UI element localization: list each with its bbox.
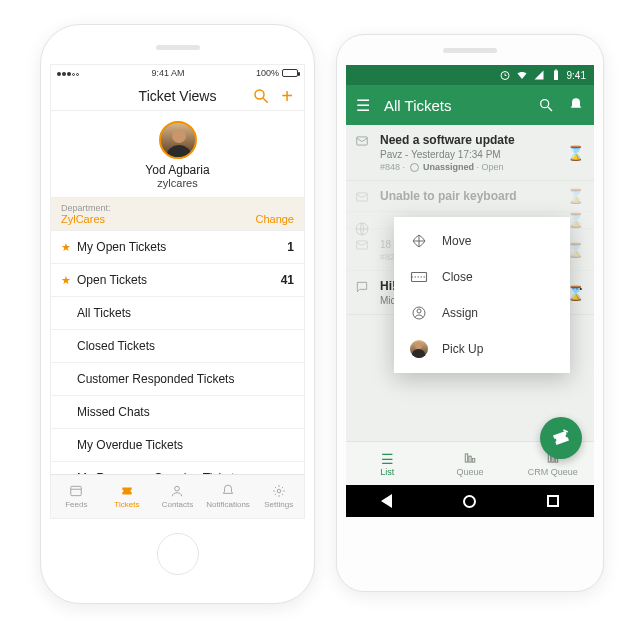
mail-channel-icon [354, 238, 370, 255]
view-label: All Tickets [77, 306, 131, 320]
nav-back-button[interactable] [381, 494, 392, 508]
ios-status-bar: 9:41 AM 100% [51, 65, 304, 81]
svg-point-18 [417, 309, 421, 313]
view-row[interactable]: Missed Chats [51, 396, 304, 429]
android-screen: 9:41 ☰ All Tickets Need a software updat… [346, 65, 594, 517]
action-sheet: Move Close Assign Pick Up [394, 217, 570, 373]
ios-speaker [156, 45, 200, 50]
page-title: Ticket Views [139, 88, 217, 104]
hamburger-menu-icon[interactable]: ☰ [356, 96, 370, 115]
tab-feeds[interactable]: Feeds [51, 475, 102, 518]
tab-label: Settings [264, 500, 293, 509]
view-row[interactable]: ★My Open Tickets1 [51, 231, 304, 264]
svg-point-5 [277, 489, 281, 493]
signal-icon [533, 69, 545, 81]
tickets-icon [119, 484, 135, 498]
tab-notifications[interactable]: Notifications [203, 475, 254, 518]
star-icon: ★ [61, 274, 71, 287]
ticket-row[interactable]: Need a software updatePavz - Yesterday 1… [346, 125, 594, 181]
ios-device-frame: 9:41 AM 100% Ticket Views + Yod Agbaria … [40, 24, 315, 604]
nav-home-button[interactable] [463, 495, 476, 508]
tab-label: Feeds [65, 500, 87, 509]
feeds-icon [68, 484, 84, 498]
new-ticket-fab[interactable] [540, 417, 582, 459]
search-icon[interactable] [538, 97, 554, 113]
view-row[interactable]: Closed Tickets [51, 330, 304, 363]
svg-point-9 [541, 100, 549, 108]
search-icon[interactable] [252, 87, 270, 105]
android-status-bar: 9:41 [346, 65, 594, 85]
tab-label: Queue [456, 467, 483, 477]
svg-rect-12 [357, 193, 368, 201]
battery-icon [282, 69, 298, 77]
view-row[interactable]: My Overdue Tickets [51, 429, 304, 462]
svg-point-4 [175, 486, 180, 491]
mail-channel-icon [354, 190, 370, 207]
svg-rect-22 [472, 458, 474, 462]
ios-tab-bar: Feeds Tickets Contacts Notifications Set… [51, 474, 304, 518]
appbar-title: All Tickets [384, 97, 524, 114]
android-system-nav [346, 485, 594, 517]
tab-tickets[interactable]: Tickets [102, 475, 153, 518]
tab-list[interactable]: ☰ List [346, 442, 429, 485]
svg-line-10 [548, 107, 552, 111]
svg-rect-2 [71, 486, 82, 495]
view-label: Missed Chats [77, 405, 150, 419]
view-label: My Overdue Tickets [77, 438, 183, 452]
department-label: Department: [61, 203, 111, 213]
department-row: Department: ZylCares Change [51, 197, 304, 231]
add-button[interactable]: + [278, 87, 296, 105]
ios-home-button[interactable] [157, 533, 199, 575]
tab-queue[interactable]: Queue [429, 442, 512, 485]
ticket-subject: Need a software update [380, 133, 584, 147]
tab-label: List [380, 467, 394, 477]
view-row[interactable]: Customer Responded Tickets [51, 363, 304, 396]
mail-channel-icon [354, 134, 370, 151]
tab-settings[interactable]: Settings [253, 475, 304, 518]
action-label: Assign [442, 306, 478, 320]
action-pickup[interactable]: Pick Up [394, 331, 570, 367]
wifi-icon [516, 69, 528, 81]
change-department-button[interactable]: Change [255, 213, 294, 225]
queue-icon [463, 451, 477, 465]
pickup-avatar-icon [410, 340, 428, 358]
profile-name: Yod Agbaria [145, 163, 209, 177]
ticket-views-list: ★My Open Tickets1★Open Tickets41All Tick… [51, 231, 304, 474]
signal-strength-icon [57, 68, 80, 78]
ticket-meta: Pavz - Yesterday 17:34 PM [380, 149, 584, 160]
action-close[interactable]: Close [394, 259, 570, 295]
svg-rect-8 [555, 70, 557, 71]
view-label: Closed Tickets [77, 339, 155, 353]
bell-icon[interactable] [568, 97, 584, 113]
action-assign[interactable]: Assign [394, 295, 570, 331]
avatar[interactable] [159, 121, 197, 159]
department-value: ZylCares [61, 213, 111, 225]
view-row[interactable]: ★Open Tickets41 [51, 264, 304, 297]
nav-recents-button[interactable] [547, 495, 559, 507]
tab-label: Contacts [162, 500, 194, 509]
chat-channel-icon [354, 280, 370, 297]
ios-nav-bar: Ticket Views + [51, 81, 304, 111]
view-row[interactable]: My Response Overdue Tickets [51, 462, 304, 474]
alarm-icon [499, 69, 511, 81]
android-top-bezel [337, 35, 603, 65]
android-speaker [443, 48, 497, 53]
hourglass-icon: ⌛ [567, 188, 584, 204]
status-time: 9:41 [567, 70, 586, 81]
bell-icon [220, 484, 236, 498]
close-ticket-icon [410, 268, 428, 286]
view-count: 41 [281, 273, 294, 287]
tab-contacts[interactable]: Contacts [152, 475, 203, 518]
svg-rect-21 [469, 456, 471, 462]
ios-screen: 9:41 AM 100% Ticket Views + Yod Agbaria … [50, 64, 305, 519]
action-label: Close [442, 270, 473, 284]
view-row[interactable]: All Tickets [51, 297, 304, 330]
ticket-row[interactable]: Unable to pair keyboard⌛ [346, 181, 594, 212]
star-icon: ★ [61, 241, 71, 254]
battery-icon [550, 69, 562, 81]
contacts-icon [169, 484, 185, 498]
view-label: My Open Tickets [77, 240, 166, 254]
view-label: Open Tickets [77, 273, 147, 287]
android-app-bar: ☰ All Tickets [346, 85, 594, 125]
action-move[interactable]: Move [394, 223, 570, 259]
